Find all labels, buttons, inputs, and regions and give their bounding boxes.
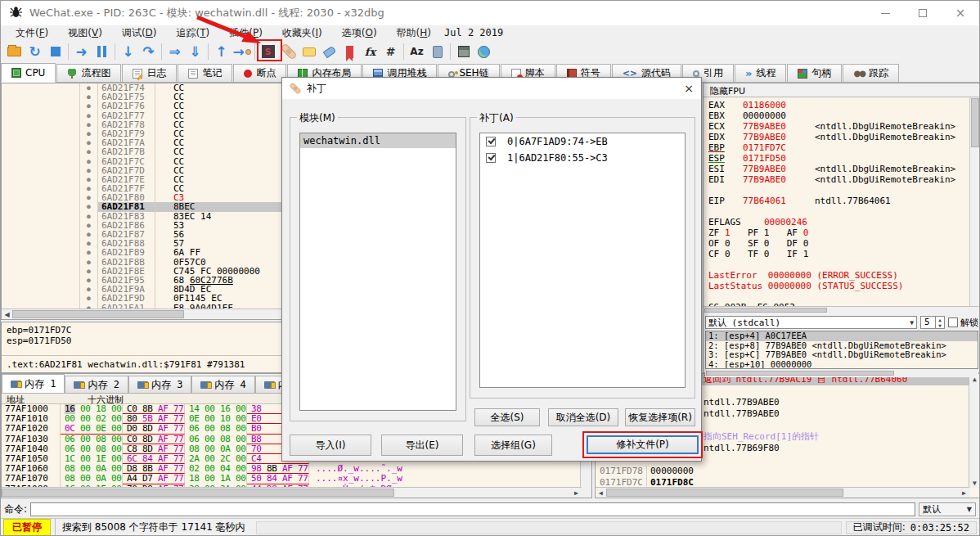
attach-icon[interactable] [427, 42, 447, 61]
stack-vscrollbar[interactable]: ▲ ▼ [969, 374, 980, 488]
run-to-user-code-icon[interactable]: → [232, 42, 252, 61]
registers-vscrollbar[interactable] [969, 97, 980, 306]
menu-插件(P)[interactable]: 插件(P) [219, 25, 272, 41]
calculator-icon[interactable] [453, 42, 474, 61]
tab-流程图[interactable]: 流程图 [56, 64, 121, 82]
register-row[interactable]: EIP77B64061ntdll.77B64061 [704, 196, 980, 206]
register-row[interactable]: EDI77B9ABE0<ntdll.DbgUiRemoteBreakin> [704, 174, 980, 185]
minimize-button[interactable] [866, 1, 904, 25]
command-input[interactable] [30, 502, 915, 516]
argument-row[interactable]: 1: [esp+4] A0C17EEA [706, 331, 978, 341]
scroll-right-icon[interactable]: ▶ [571, 488, 582, 498]
patch-checkbox[interactable] [486, 137, 496, 146]
patch-list-item[interactable]: 1|6AD21F80:55->C3 [480, 150, 685, 166]
stop-icon[interactable] [45, 42, 65, 61]
register-row[interactable] [704, 185, 980, 196]
registers-hscrollbar[interactable] [704, 307, 980, 314]
step-into-icon[interactable]: ↓ [118, 42, 138, 61]
hash-icon[interactable]: # [380, 42, 401, 61]
unlock-checkbox-row[interactable]: 解锁 [948, 317, 978, 329]
patch-list[interactable]: 0|6A7F1AD9:74->EB1|6AD21F80:55->C3 [479, 133, 686, 388]
register-row[interactable]: ESI77B9ABE0<ntdll.DbgUiRemoteBreakin> [704, 164, 980, 174]
patches-icon[interactable] [278, 42, 299, 61]
run-icon[interactable]: ➜ [71, 42, 92, 61]
dump-tab-内存 2[interactable]: 内存 2 [65, 376, 128, 393]
scroll-right-icon[interactable]: ▶ [959, 488, 969, 498]
tab-日志[interactable]: 日志 [122, 64, 177, 82]
tab-线程[interactable]: »线程 [735, 64, 786, 82]
register-row[interactable]: EBX00000000 [704, 110, 980, 121]
module-list[interactable]: wechatwin.dll [299, 133, 456, 411]
step-out-icon[interactable]: ↑ [211, 42, 232, 61]
menu-选项(O)[interactable]: 选项(O) [332, 25, 387, 41]
menu-帮助(H)[interactable]: 帮助(H) [387, 25, 441, 41]
patch-checkbox[interactable] [486, 153, 496, 163]
arg-count-stepper[interactable]: 5 ▲▼ [920, 316, 945, 329]
patch-file-button[interactable]: 修补文件(P) [587, 435, 699, 454]
spinner-arrows-icon[interactable]: ▲▼ [935, 317, 944, 328]
stack-hscrollbar[interactable]: ◀ ▶ [596, 487, 969, 498]
select-all-button[interactable]: 全选(S) [474, 408, 540, 426]
dialog-title-bar[interactable]: 补丁 × [282, 78, 701, 99]
select-group-button[interactable]: 选择组(G) [474, 435, 552, 456]
module-list-item[interactable]: wechatwin.dll [300, 133, 456, 148]
command-profile-select[interactable]: 默认 ▼ [919, 502, 976, 516]
tab-跟踪[interactable]: ●●跟踪 [843, 64, 898, 82]
run-to-cursor-icon[interactable]: ⇓ [185, 42, 205, 61]
maximize-button[interactable] [904, 1, 942, 25]
restore-selection-button[interactable]: 恢复选择项(R) [625, 408, 695, 426]
menu-视图(V)[interactable]: 视图(V) [58, 25, 112, 41]
functions-icon[interactable]: fx [360, 42, 380, 61]
call-arguments-list[interactable]: 1: [esp+4] A0C17EEA2: [esp+8] 77B9ABE0 <… [705, 331, 978, 369]
register-row[interactable]: OF 0SF 0DF 0 [704, 238, 980, 249]
register-row[interactable]: CF 0TF 0IF 1 [704, 249, 980, 259]
registers-body[interactable]: EAX01186000EBX00000000ECX77B9ABE0<ntdll.… [704, 97, 980, 307]
export-button[interactable]: 导出(E) [381, 435, 463, 456]
register-row[interactable]: EAX01186000 [704, 100, 980, 110]
scroll-left-icon[interactable]: ◀ [596, 488, 606, 498]
arguments-hscrollbar[interactable] [705, 370, 978, 377]
register-row[interactable] [704, 206, 980, 217]
argument-row[interactable]: 4: [esp+10] 00000000 [706, 360, 978, 370]
internet-icon[interactable] [474, 42, 494, 61]
tab-句柄[interactable]: 句柄 [787, 64, 842, 82]
dialog-close-icon[interactable]: × [681, 81, 696, 96]
tab-笔记[interactable]: 笔记 [178, 64, 232, 82]
unlock-checkbox[interactable] [948, 318, 958, 327]
strings-icon[interactable]: S [258, 42, 278, 61]
argument-row[interactable]: 3: [esp+C] 77B9ABE0 <ntdll.DbgUiRemoteBr… [706, 350, 978, 360]
pause-icon[interactable] [92, 42, 112, 61]
scroll-down-icon[interactable]: ▼ [969, 478, 980, 488]
dump-hscrollbar[interactable]: ▶ [2, 487, 582, 498]
register-row[interactable]: EFLAGS00000246 [704, 217, 980, 227]
register-row[interactable] [704, 259, 980, 270]
menu-调试(D)[interactable]: 调试(D) [112, 25, 167, 41]
calling-convention-select[interactable]: 默认 (stdcall) ▼ [705, 316, 917, 329]
step-over-icon[interactable]: ↷ [138, 42, 159, 61]
labels-icon[interactable] [319, 42, 339, 61]
dump-tab-内存 1[interactable]: 内存 1 [2, 374, 65, 393]
register-row[interactable]: EDX77B9ABE0<ntdll.DbgUiRemoteBreakin> [704, 132, 980, 142]
close-button[interactable]: × [942, 1, 979, 25]
open-file-icon[interactable] [4, 42, 25, 61]
hide-fpu-button[interactable]: 隐藏FPU [704, 83, 980, 97]
scroll-left-icon[interactable]: ◀ [2, 309, 12, 319]
tab-断点[interactable]: 断点 [233, 64, 286, 82]
comments-icon[interactable] [299, 42, 319, 61]
dump-tab-内存 4[interactable]: 内存 4 [191, 376, 254, 393]
tab-CPU[interactable]: CPU [1, 63, 56, 83]
dump-tab-内存 3[interactable]: 内存 3 [128, 376, 191, 393]
menu-文件(F)[interactable]: 文件(F) [6, 25, 58, 41]
restart-icon[interactable]: ↻ [25, 42, 45, 61]
register-row[interactable]: LastError 00000000 (ERROR_SUCCESS) [704, 270, 980, 281]
menu-收藏夹(I)[interactable]: 收藏夹(I) [272, 25, 332, 41]
bookmarks-icon[interactable] [339, 42, 360, 61]
case-icon[interactable]: Aᴢ [407, 42, 427, 61]
register-row[interactable]: EBP0171FD7C [704, 142, 980, 153]
register-row[interactable]: ESP0171FD50 [704, 153, 980, 164]
register-row[interactable] [704, 291, 980, 302]
menu-追踪(T)[interactable]: 追踪(T) [167, 25, 220, 41]
deselect-all-button[interactable]: 取消全选(D) [548, 408, 618, 426]
import-button[interactable]: 导入(I) [290, 435, 371, 456]
skip-icon[interactable]: ⇒ [164, 42, 185, 61]
